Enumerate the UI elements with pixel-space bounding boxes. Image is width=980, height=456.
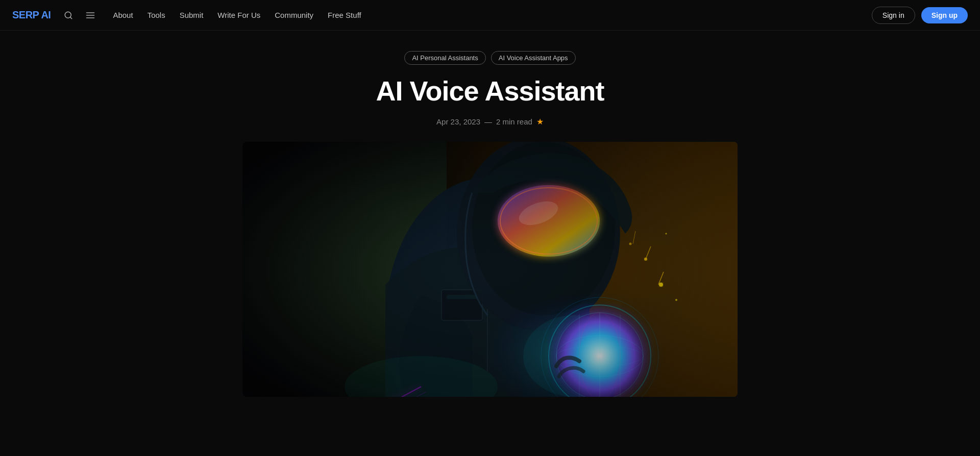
nav-about[interactable]: About [113, 11, 133, 19]
tag-ai-voice-assistant-apps[interactable]: AI Voice Assistant Apps [491, 51, 576, 65]
hero-image-container [242, 142, 738, 397]
nav-write-for-us[interactable]: Write For Us [217, 11, 260, 19]
signup-button[interactable]: Sign up [921, 7, 968, 23]
article-meta: Apr 23, 2023 — 2 min read ★ [436, 117, 544, 126]
navbar-right: Sign in Sign up [872, 7, 968, 24]
search-button[interactable] [61, 8, 76, 23]
article-date: Apr 23, 2023 [436, 117, 480, 126]
article-dash: — [484, 117, 492, 126]
article-read-time: 2 min read [496, 117, 532, 126]
logo-text: SERP AI [12, 9, 51, 20]
logo[interactable]: SERP AI [12, 9, 51, 21]
navbar-left: SERP AI About Tools Submit Write For [12, 7, 361, 23]
hero-svg [242, 142, 738, 397]
nav-community[interactable]: Community [275, 11, 313, 19]
menu-icon [85, 10, 95, 20]
tags-row: AI Personal Assistants AI Voice Assistan… [404, 51, 575, 65]
nav-free-stuff[interactable]: Free Stuff [328, 11, 361, 19]
svg-line-1 [70, 17, 72, 18]
nav-tools[interactable]: Tools [148, 11, 165, 19]
main-content: AI Personal Assistants AI Voice Assistan… [0, 31, 980, 397]
article-star-icon: ★ [536, 117, 544, 126]
menu-button[interactable] [82, 7, 99, 23]
hero-image [242, 142, 738, 397]
svg-rect-41 [242, 142, 738, 397]
tag-ai-personal-assistants[interactable]: AI Personal Assistants [404, 51, 485, 65]
search-icon [64, 11, 73, 20]
navbar-icons [61, 7, 99, 23]
signin-button[interactable]: Sign in [872, 7, 915, 24]
navbar-nav: About Tools Submit Write For Us Communit… [113, 11, 361, 19]
article-title: AI Voice Assistant [376, 75, 604, 107]
navbar: SERP AI About Tools Submit Write For [0, 0, 980, 31]
nav-submit[interactable]: Submit [180, 11, 204, 19]
